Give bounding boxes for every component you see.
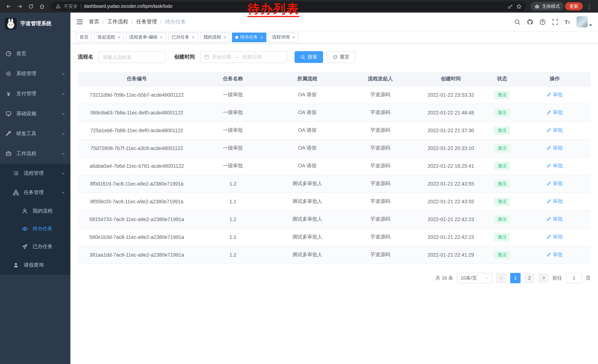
tree-icon (13, 190, 19, 195)
sidebar-item-payment[interactable]: ¥ 支付管理 (0, 84, 70, 104)
app-logo: 芋道管理系统 (0, 13, 70, 35)
approve-link[interactable]: 审批 (547, 127, 563, 134)
avatar-image (576, 16, 588, 27)
close-icon[interactable]: × (192, 35, 194, 40)
reset-button[interactable]: 重置 (327, 51, 355, 63)
close-icon[interactable]: × (160, 35, 163, 40)
page-button-2[interactable]: 2 (524, 273, 535, 283)
sidebar-item-done-tasks[interactable]: 已办任务 (0, 238, 70, 256)
send-icon (22, 244, 28, 250)
cell-task-name: 1.1 (196, 193, 270, 210)
cell-process: OA 请假 (270, 86, 344, 104)
sidebar-item-system[interactable]: 系统管理 (0, 64, 70, 84)
approve-link[interactable]: 审批 (547, 251, 563, 258)
search-icon[interactable] (514, 19, 520, 25)
cell-status: 激活 (485, 157, 519, 175)
sidebar-item-task-management[interactable]: 任务管理 (0, 183, 70, 202)
tab-todo-tasks[interactable]: 待办任务× (232, 32, 266, 42)
sidebar-item-home[interactable]: 首页 (0, 44, 70, 64)
browser-reload-button[interactable] (26, 1, 36, 11)
prev-page-button[interactable] (496, 273, 507, 283)
font-size-icon[interactable]: TT (565, 19, 570, 25)
sidebar-item-process-management[interactable]: 流程管理 (0, 164, 70, 183)
sidebar-item-label: 待办任务 (33, 226, 65, 232)
breadcrumb-item-workflow[interactable]: 工作流程 (108, 18, 128, 25)
header-task-name: 任务名称 (196, 72, 270, 86)
cell-initiator: 芋道源码 (344, 228, 416, 246)
goto-page-input[interactable] (566, 273, 582, 283)
tab-done-tasks[interactable]: 已办任务× (168, 32, 198, 42)
edit-pen-icon (547, 252, 551, 257)
approve-link[interactable]: 审批 (547, 198, 563, 205)
approve-link[interactable]: 审批 (547, 91, 563, 98)
goto-label: 前往 (552, 275, 562, 281)
sidebar-item-label: 基础设施 (16, 110, 57, 117)
close-icon[interactable]: × (224, 35, 226, 40)
fullscreen-icon[interactable] (552, 19, 558, 25)
incognito-label: 无痕模式 (542, 3, 560, 9)
browser-forward-button[interactable] (15, 1, 25, 11)
next-page-button[interactable] (538, 273, 549, 283)
sidebar-item-workflow[interactable]: 工作流程 (0, 144, 70, 164)
table-header-row: 任务编号 任务名称 所属流程 流程发起人 创建时间 状态 操作 (78, 72, 590, 86)
date-range-picker[interactable]: 开始日期 - 结束日期 (200, 51, 287, 63)
cell-task-id: 725a1eb6-7b88-11ec-8ef0-acde48001122 (78, 121, 196, 139)
tab-start-process[interactable]: 发起流程× (94, 32, 124, 42)
cell-initiator: 芋道源码 (344, 210, 416, 228)
cell-initiator: 芋道源码 (344, 104, 416, 121)
cell-action: 审批 (519, 86, 590, 104)
browser-menu-icon[interactable]: ⋮ (584, 3, 594, 10)
approve-link[interactable]: 审批 (547, 234, 563, 240)
sidebar-item-my-processes[interactable]: 我的流程 (0, 202, 70, 220)
sidebar-item-devtools[interactable]: 研发工具 (0, 124, 70, 144)
chevron-up-icon (61, 152, 65, 156)
cell-process: OA 请假 (270, 139, 344, 157)
cell-created: 2022-01-21 22:43:55 (416, 193, 486, 210)
tab-my-processes[interactable]: 我的流程× (200, 32, 230, 42)
sidebar: 芋道管理系统 首页 系统管理 ¥ 支付管理 (0, 13, 70, 364)
user-avatar[interactable] (576, 16, 592, 27)
tab-process-detail[interactable]: 流程详情× (269, 32, 298, 42)
browser-back-button[interactable] (4, 1, 13, 11)
help-icon[interactable] (539, 19, 546, 25)
cell-action: 审批 (519, 175, 590, 193)
browser-home-button[interactable] (37, 1, 47, 11)
end-date-placeholder: 结束日期 (242, 54, 262, 60)
page-button-1[interactable]: 1 (510, 273, 521, 283)
breadcrumb-item-home[interactable]: 首页 (89, 18, 99, 25)
browser-update-button[interactable]: 更新 (565, 2, 583, 10)
sidebar-item-leave-query[interactable]: 请假查询 (0, 256, 70, 275)
address-bar[interactable]: 不安全 dashboard.yudao.iocoder.cn/bpm/task/… (51, 1, 526, 11)
tab-process-form-edit[interactable]: 流程表单-编辑× (126, 32, 166, 42)
sidebar-item-infrastructure[interactable]: 基础设施 (0, 104, 70, 124)
sidebar-item-todo-tasks[interactable]: 待办任务 (0, 220, 70, 238)
dashboard-icon (5, 51, 12, 57)
header-action: 操作 (519, 72, 590, 86)
edit-pen-icon (547, 217, 551, 222)
sidebar-item-label: 系统管理 (16, 70, 57, 77)
tab-home[interactable]: 首页 (76, 32, 92, 42)
close-icon[interactable]: × (260, 35, 263, 40)
security-warning-icon[interactable] (56, 4, 61, 9)
edit-pen-icon (547, 163, 551, 168)
passwords-key-icon[interactable] (507, 4, 513, 9)
status-badge: 激活 (494, 215, 510, 224)
bookmark-star-icon[interactable] (516, 4, 522, 9)
search-button[interactable]: 搜索 (295, 51, 323, 63)
status-badge: 激活 (494, 162, 510, 170)
approve-link[interactable]: 审批 (547, 216, 563, 223)
approve-link[interactable]: 审批 (547, 162, 563, 169)
approve-link[interactable]: 审批 (547, 145, 563, 152)
page-size-select[interactable]: 10条/页 (457, 273, 492, 283)
edit-pen-icon (547, 92, 551, 97)
close-icon[interactable]: × (292, 35, 295, 40)
approve-link[interactable]: 审批 (547, 180, 563, 187)
approve-link[interactable]: 审批 (547, 109, 563, 116)
close-icon[interactable]: × (118, 35, 120, 40)
security-label: 不安全 (64, 3, 78, 9)
github-icon[interactable] (527, 19, 533, 25)
breadcrumb-item-task-management[interactable]: 任务管理 (136, 18, 157, 25)
process-name-input[interactable] (103, 54, 161, 60)
omnibox-divider (81, 4, 81, 9)
sidebar-toggle-icon[interactable] (76, 18, 83, 25)
